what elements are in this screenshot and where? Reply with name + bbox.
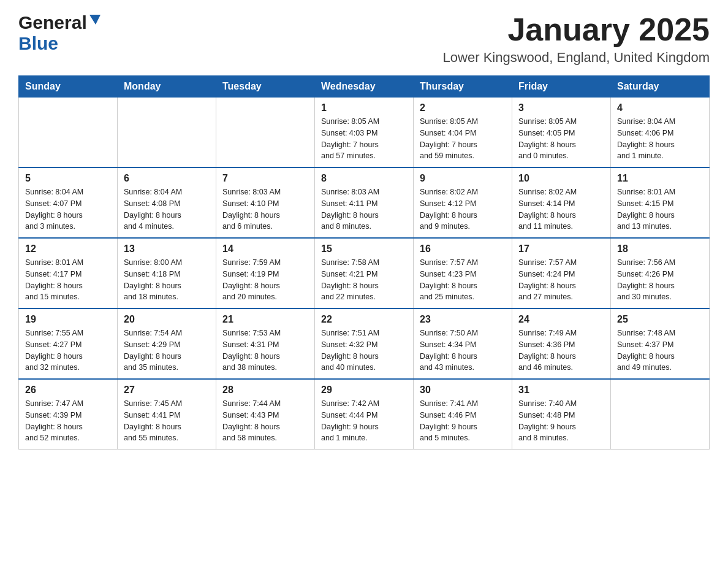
day-number: 5 (25, 173, 111, 184)
table-row: 30Sunrise: 7:41 AMSunset: 4:46 PMDayligh… (414, 379, 512, 450)
logo-blue-row: Blue (18, 33, 58, 54)
table-row (611, 379, 710, 450)
day-number: 31 (518, 385, 604, 396)
table-row: 8Sunrise: 8:03 AMSunset: 4:11 PMDaylight… (315, 167, 414, 238)
day-number: 9 (420, 173, 506, 184)
day-number: 6 (124, 173, 210, 184)
day-info: Sunrise: 8:03 AMSunset: 4:10 PMDaylight:… (222, 186, 308, 232)
day-info: Sunrise: 8:04 AMSunset: 4:07 PMDaylight:… (25, 186, 111, 232)
day-info: Sunrise: 8:01 AMSunset: 4:15 PMDaylight:… (617, 186, 703, 232)
day-info: Sunrise: 7:51 AMSunset: 4:32 PMDaylight:… (321, 327, 407, 373)
day-info: Sunrise: 7:48 AMSunset: 4:37 PMDaylight:… (617, 327, 703, 373)
day-info: Sunrise: 8:02 AMSunset: 4:12 PMDaylight:… (420, 186, 506, 232)
table-row: 22Sunrise: 7:51 AMSunset: 4:32 PMDayligh… (315, 308, 414, 379)
day-number: 7 (222, 173, 308, 184)
table-row: 11Sunrise: 8:01 AMSunset: 4:15 PMDayligh… (611, 167, 710, 238)
table-row: 14Sunrise: 7:59 AMSunset: 4:19 PMDayligh… (216, 238, 315, 308)
table-row: 19Sunrise: 7:55 AMSunset: 4:27 PMDayligh… (19, 308, 118, 379)
day-info: Sunrise: 7:54 AMSunset: 4:29 PMDaylight:… (124, 327, 210, 373)
calendar-week-row: 5Sunrise: 8:04 AMSunset: 4:07 PMDaylight… (19, 167, 710, 238)
logo-area: General Blue (18, 12, 102, 54)
day-info: Sunrise: 7:50 AMSunset: 4:34 PMDaylight:… (420, 327, 506, 373)
day-number: 10 (518, 173, 604, 184)
table-row: 15Sunrise: 7:58 AMSunset: 4:21 PMDayligh… (315, 238, 414, 308)
day-info: Sunrise: 8:05 AMSunset: 4:04 PMDaylight:… (420, 116, 506, 162)
table-row (216, 98, 315, 168)
day-number: 11 (617, 173, 703, 184)
day-info: Sunrise: 8:04 AMSunset: 4:06 PMDaylight:… (617, 116, 703, 162)
day-info: Sunrise: 7:42 AMSunset: 4:44 PMDaylight:… (321, 398, 407, 444)
day-info: Sunrise: 7:55 AMSunset: 4:27 PMDaylight:… (25, 327, 111, 373)
table-row: 21Sunrise: 7:53 AMSunset: 4:31 PMDayligh… (216, 308, 315, 379)
day-number: 13 (124, 243, 210, 255)
table-row: 6Sunrise: 8:04 AMSunset: 4:08 PMDaylight… (118, 167, 216, 238)
calendar-week-row: 1Sunrise: 8:05 AMSunset: 4:03 PMDaylight… (19, 98, 710, 168)
table-row: 17Sunrise: 7:57 AMSunset: 4:24 PMDayligh… (512, 238, 611, 308)
day-info: Sunrise: 7:49 AMSunset: 4:36 PMDaylight:… (518, 327, 604, 373)
table-row: 27Sunrise: 7:45 AMSunset: 4:41 PMDayligh… (118, 379, 216, 450)
table-row: 16Sunrise: 7:57 AMSunset: 4:23 PMDayligh… (414, 238, 512, 308)
day-number: 19 (25, 314, 111, 325)
day-info: Sunrise: 7:59 AMSunset: 4:19 PMDaylight:… (222, 257, 308, 303)
calendar-week-row: 26Sunrise: 7:47 AMSunset: 4:39 PMDayligh… (19, 379, 710, 450)
day-info: Sunrise: 7:53 AMSunset: 4:31 PMDaylight:… (222, 327, 308, 373)
day-info: Sunrise: 7:57 AMSunset: 4:24 PMDaylight:… (518, 257, 604, 303)
col-thursday: Thursday (414, 76, 512, 98)
day-number: 2 (420, 102, 506, 113)
calendar-table: Sunday Monday Tuesday Wednesday Thursday… (18, 75, 710, 450)
calendar-header-row: Sunday Monday Tuesday Wednesday Thursday… (19, 76, 710, 98)
table-row: 12Sunrise: 8:01 AMSunset: 4:17 PMDayligh… (19, 238, 118, 308)
col-wednesday: Wednesday (315, 76, 414, 98)
day-info: Sunrise: 7:44 AMSunset: 4:43 PMDaylight:… (222, 398, 308, 444)
table-row: 26Sunrise: 7:47 AMSunset: 4:39 PMDayligh… (19, 379, 118, 450)
day-info: Sunrise: 8:05 AMSunset: 4:05 PMDaylight:… (518, 116, 604, 162)
table-row: 2Sunrise: 8:05 AMSunset: 4:04 PMDaylight… (414, 98, 512, 168)
title-area: January 2025 Lower Kingswood, England, U… (443, 12, 710, 66)
month-title: January 2025 (443, 12, 710, 47)
table-row: 25Sunrise: 7:48 AMSunset: 4:37 PMDayligh… (611, 308, 710, 379)
table-row: 13Sunrise: 8:00 AMSunset: 4:18 PMDayligh… (118, 238, 216, 308)
day-info: Sunrise: 7:47 AMSunset: 4:39 PMDaylight:… (25, 398, 111, 444)
day-number: 20 (124, 314, 210, 325)
day-info: Sunrise: 7:45 AMSunset: 4:41 PMDaylight:… (124, 398, 210, 444)
col-sunday: Sunday (19, 76, 118, 98)
table-row: 20Sunrise: 7:54 AMSunset: 4:29 PMDayligh… (118, 308, 216, 379)
day-number: 27 (124, 385, 210, 396)
day-info: Sunrise: 7:58 AMSunset: 4:21 PMDaylight:… (321, 257, 407, 303)
day-number: 16 (420, 243, 506, 255)
col-saturday: Saturday (611, 76, 710, 98)
day-number: 26 (25, 385, 111, 396)
day-info: Sunrise: 8:04 AMSunset: 4:08 PMDaylight:… (124, 186, 210, 232)
col-tuesday: Tuesday (216, 76, 315, 98)
day-number: 21 (222, 314, 308, 325)
col-monday: Monday (118, 76, 216, 98)
table-row: 9Sunrise: 8:02 AMSunset: 4:12 PMDaylight… (414, 167, 512, 238)
day-number: 24 (518, 314, 604, 325)
calendar-week-row: 19Sunrise: 7:55 AMSunset: 4:27 PMDayligh… (19, 308, 710, 379)
logo-arrow-icon (88, 12, 102, 26)
page-header: General Blue January 2025 Lower Kingswoo… (18, 12, 710, 66)
day-number: 8 (321, 173, 407, 184)
day-info: Sunrise: 8:00 AMSunset: 4:18 PMDaylight:… (124, 257, 210, 303)
day-number: 23 (420, 314, 506, 325)
day-info: Sunrise: 8:03 AMSunset: 4:11 PMDaylight:… (321, 186, 407, 232)
logo: General (18, 12, 102, 33)
day-info: Sunrise: 7:57 AMSunset: 4:23 PMDaylight:… (420, 257, 506, 303)
table-row: 4Sunrise: 8:04 AMSunset: 4:06 PMDaylight… (611, 98, 710, 168)
table-row: 24Sunrise: 7:49 AMSunset: 4:36 PMDayligh… (512, 308, 611, 379)
table-row: 1Sunrise: 8:05 AMSunset: 4:03 PMDaylight… (315, 98, 414, 168)
day-number: 30 (420, 385, 506, 396)
day-number: 4 (617, 102, 703, 113)
day-info: Sunrise: 7:56 AMSunset: 4:26 PMDaylight:… (617, 257, 703, 303)
table-row: 5Sunrise: 8:04 AMSunset: 4:07 PMDaylight… (19, 167, 118, 238)
logo-blue-text: Blue (18, 33, 58, 54)
day-info: Sunrise: 7:40 AMSunset: 4:48 PMDaylight:… (518, 398, 604, 444)
table-row: 29Sunrise: 7:42 AMSunset: 4:44 PMDayligh… (315, 379, 414, 450)
table-row: 7Sunrise: 8:03 AMSunset: 4:10 PMDaylight… (216, 167, 315, 238)
day-number: 22 (321, 314, 407, 325)
table-row (19, 98, 118, 168)
table-row: 3Sunrise: 8:05 AMSunset: 4:05 PMDaylight… (512, 98, 611, 168)
day-number: 1 (321, 102, 407, 113)
day-number: 12 (25, 243, 111, 255)
day-number: 15 (321, 243, 407, 255)
